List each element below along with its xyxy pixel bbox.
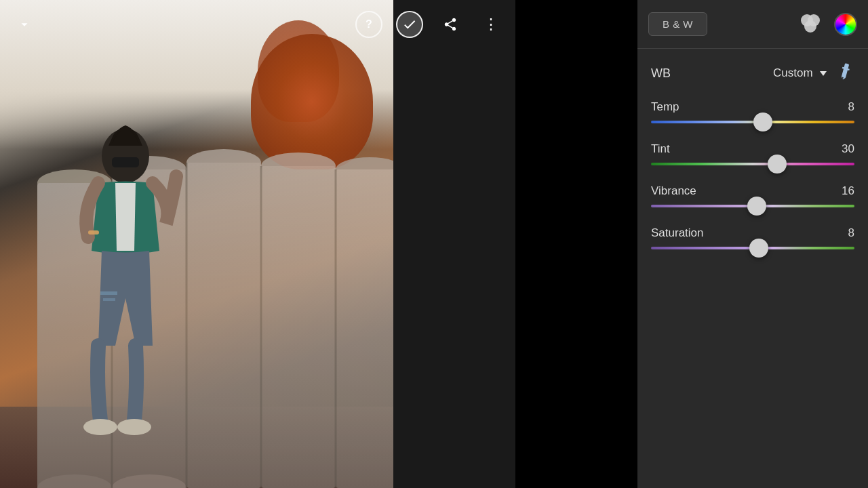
eyedropper-button[interactable] — [835, 62, 854, 84]
more-button[interactable]: ⋮ — [477, 11, 505, 38]
controls-panel: B & W WB Custom — [637, 0, 868, 488]
saturation-slider-track[interactable] — [651, 247, 854, 249]
temp-header: Temp 8 — [651, 100, 854, 114]
svg-rect-11 — [336, 169, 393, 488]
svg-rect-22 — [88, 230, 99, 235]
svg-rect-17 — [112, 157, 139, 167]
toolbar-left — [11, 11, 38, 38]
wb-row: WB Custom — [651, 62, 854, 84]
chevron-down-icon — [820, 71, 827, 76]
toolbar-right: ? ⋮ — [355, 11, 505, 38]
help-button[interactable]: ? — [355, 11, 382, 38]
wb-preset-value: Custom — [773, 66, 813, 80]
svg-rect-18 — [100, 291, 117, 295]
tint-slider-thumb[interactable] — [768, 155, 787, 174]
vibrance-label: Vibrance — [651, 184, 696, 198]
svg-rect-19 — [103, 298, 115, 301]
photo-image — [0, 0, 393, 488]
panel-header: B & W — [637, 0, 868, 49]
temp-value: 8 — [848, 100, 854, 114]
share-button[interactable] — [437, 11, 464, 38]
wb-label: WB — [651, 66, 692, 81]
svg-point-25 — [804, 20, 816, 33]
vibrance-value: 16 — [842, 184, 854, 198]
saturation-header: Saturation 8 — [651, 226, 854, 240]
vibrance-header: Vibrance 16 — [651, 184, 854, 198]
svg-point-20 — [83, 419, 117, 435]
saturation-section: Saturation 8 — [651, 226, 854, 249]
vibrance-slider-track[interactable] — [651, 205, 854, 207]
back-button[interactable] — [11, 11, 38, 38]
vibrance-slider-thumb[interactable] — [747, 197, 766, 216]
temp-slider-track[interactable] — [651, 121, 854, 123]
temp-section: Temp 8 — [651, 100, 854, 123]
bw-button[interactable]: B & W — [648, 12, 707, 36]
black-bar — [515, 0, 637, 488]
tint-value: 30 — [842, 142, 854, 156]
color-wheel-button[interactable] — [834, 13, 857, 36]
photo-panel: ? ⋮ — [0, 0, 515, 488]
wb-preset-dropdown[interactable]: Custom — [773, 66, 827, 80]
temp-label: Temp — [651, 100, 679, 114]
header-icons — [797, 12, 857, 37]
saturation-slider-thumb[interactable] — [749, 239, 768, 258]
done-button[interactable] — [396, 11, 423, 38]
vibrance-section: Vibrance 16 — [651, 184, 854, 207]
saturation-value: 8 — [848, 226, 854, 240]
svg-point-21 — [117, 419, 151, 435]
tint-label: Tint — [651, 142, 670, 156]
panel-content: WB Custom Temp 8 Tint 3 — [637, 49, 868, 488]
top-toolbar: ? ⋮ — [0, 0, 515, 49]
tint-section: Tint 30 — [651, 142, 854, 165]
color-mix-button[interactable] — [797, 12, 823, 37]
tint-header: Tint 30 — [651, 142, 854, 156]
svg-rect-9 — [261, 166, 336, 488]
tint-slider-track[interactable] — [651, 163, 854, 165]
temp-slider-thumb[interactable] — [753, 113, 772, 131]
saturation-label: Saturation — [651, 226, 704, 240]
